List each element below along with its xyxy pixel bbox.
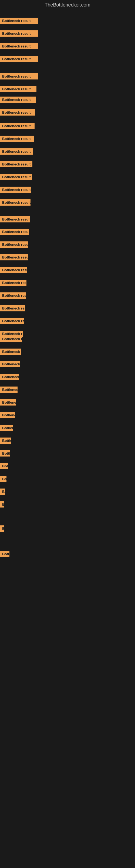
bottleneck-item-36: Bottle	[0, 463, 8, 470]
bottleneck-label-22: Bottleneck result	[0, 292, 26, 299]
bottleneck-label-2: Bottleneck result	[0, 30, 38, 37]
bottleneck-label-26: Bottleneck result	[0, 336, 22, 342]
bottleneck-label-28: Bottleneck result	[0, 361, 20, 367]
bottleneck-item-13: Bottleneck result	[0, 174, 32, 181]
bottleneck-item-26: Bottleneck result	[0, 336, 22, 343]
bottleneck-item-35: Bottlen	[0, 450, 10, 458]
bottleneck-item-17: Bottleneck result	[0, 229, 29, 236]
bottleneck-label-1: Bottleneck result	[0, 18, 38, 24]
bottleneck-label-24: Bottleneck result	[0, 318, 24, 324]
bottleneck-label-18: Bottleneck result	[0, 241, 28, 248]
bottleneck-item-21: Bottleneck result	[0, 280, 27, 287]
bottleneck-label-14: Bottleneck result	[0, 187, 31, 193]
bottleneck-item-1: Bottleneck result	[0, 18, 38, 25]
bottleneck-item-39: Bo	[0, 501, 4, 508]
bottleneck-label-13: Bottleneck result	[0, 174, 32, 180]
bottleneck-item-7: Bottleneck result	[0, 97, 36, 104]
bottleneck-label-34: Bottleneck	[0, 437, 11, 444]
bottleneck-item-22: Bottleneck result	[0, 292, 26, 300]
bottleneck-item-27: Bottleneck result	[0, 348, 21, 356]
bottleneck-item-10: Bottleneck result	[0, 135, 34, 143]
bottleneck-label-41: Bottl	[0, 551, 9, 557]
bottleneck-item-40: B	[0, 525, 4, 533]
bottleneck-label-20: Bottleneck result	[0, 267, 27, 273]
bottleneck-item-24: Bottleneck result	[0, 318, 24, 325]
bottleneck-label-35: Bottlen	[0, 450, 10, 457]
bottleneck-label-10: Bottleneck result	[0, 135, 34, 142]
bottleneck-item-37: Bott	[0, 476, 6, 483]
bottleneck-label-8: Bottleneck result	[0, 109, 35, 116]
bottleneck-label-3: Bottleneck result	[0, 43, 38, 50]
bottleneck-item-19: Bottleneck result	[0, 254, 28, 261]
bottleneck-label-29: Bottleneck result	[0, 374, 19, 380]
bottleneck-item-11: Bottleneck result	[0, 148, 33, 156]
bottleneck-label-33: Bottleneck r	[0, 425, 13, 431]
bottleneck-label-37: Bott	[0, 476, 6, 482]
bottleneck-label-38: Bot	[0, 489, 5, 495]
bottleneck-label-12: Bottleneck result	[0, 161, 32, 167]
bottleneck-label-15: Bottleneck result	[0, 199, 31, 206]
bottleneck-item-34: Bottleneck	[0, 437, 11, 445]
bottleneck-item-31: Bottleneck result	[0, 399, 16, 407]
bottleneck-label-27: Bottleneck result	[0, 348, 21, 355]
bottleneck-label-36: Bottle	[0, 463, 8, 469]
bottleneck-item-38: Bot	[0, 489, 5, 496]
bottleneck-label-7: Bottleneck result	[0, 97, 36, 103]
bottleneck-item-20: Bottleneck result	[0, 267, 27, 274]
bottleneck-label-32: Bottleneck result	[0, 412, 15, 418]
bottleneck-label-11: Bottleneck result	[0, 148, 33, 155]
bottleneck-label-31: Bottleneck result	[0, 399, 16, 405]
bottleneck-item-8: Bottleneck result	[0, 109, 35, 117]
bottleneck-label-5: Bottleneck result	[0, 73, 38, 80]
bottleneck-item-33: Bottleneck r	[0, 425, 13, 432]
bottleneck-item-4: Bottleneck result	[0, 56, 38, 63]
bottleneck-item-23: Bottleneck result	[0, 305, 25, 312]
bottleneck-label-16: Bottleneck result	[0, 216, 30, 222]
bottleneck-label-19: Bottleneck result	[0, 254, 28, 260]
bottleneck-item-9: Bottleneck result	[0, 123, 35, 130]
bottleneck-item-5: Bottleneck result	[0, 73, 38, 81]
bottleneck-item-3: Bottleneck result	[0, 43, 38, 51]
bottleneck-item-12: Bottleneck result	[0, 161, 32, 168]
bottleneck-label-6: Bottleneck result	[0, 86, 37, 92]
site-title: TheBottlenecker.com	[0, 0, 135, 10]
bottleneck-item-2: Bottleneck result	[0, 30, 38, 38]
bottleneck-item-14: Bottleneck result	[0, 187, 31, 194]
bottleneck-label-4: Bottleneck result	[0, 56, 38, 62]
bottleneck-label-39: Bo	[0, 501, 4, 507]
bottleneck-item-18: Bottleneck result	[0, 241, 28, 249]
bottleneck-item-32: Bottleneck result	[0, 412, 15, 420]
bottleneck-item-16: Bottleneck result	[0, 216, 30, 223]
bottleneck-label-21: Bottleneck result	[0, 280, 27, 286]
bottleneck-item-30: Bottleneck result	[0, 386, 17, 394]
bottleneck-label-30: Bottleneck result	[0, 386, 17, 393]
bottleneck-item-28: Bottleneck result	[0, 361, 20, 368]
bottleneck-label-9: Bottleneck result	[0, 123, 35, 129]
bottleneck-item-6: Bottleneck result	[0, 86, 37, 93]
bottleneck-label-17: Bottleneck result	[0, 229, 29, 235]
bottleneck-item-41: Bottl	[0, 551, 9, 558]
bottleneck-label-40: B	[0, 525, 4, 532]
bottleneck-item-15: Bottleneck result	[0, 199, 31, 207]
bottleneck-label-23: Bottleneck result	[0, 305, 25, 311]
bottleneck-item-29: Bottleneck result	[0, 374, 19, 381]
